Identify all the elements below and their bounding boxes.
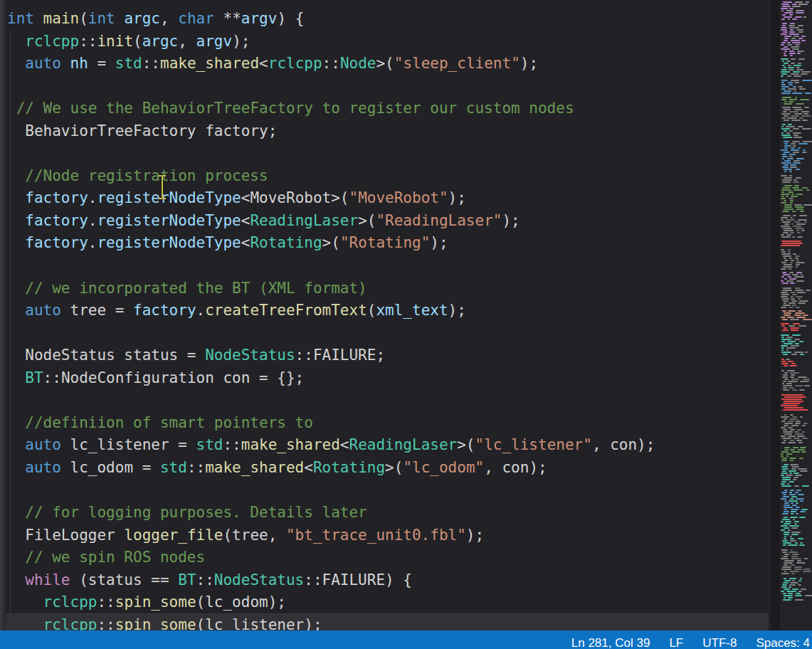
minimap-line — [781, 294, 789, 295]
minimap-line — [799, 517, 805, 518]
minimap[interactable] — [780, 0, 812, 630]
minimap-line — [781, 251, 786, 253]
minimap-line — [782, 117, 786, 119]
code-token: auto — [25, 302, 61, 319]
minimap-line — [781, 317, 786, 318]
minimap-line — [784, 12, 793, 14]
code-line[interactable]: // we spin ROS nodes — [7, 547, 655, 569]
minimap-line — [782, 167, 789, 168]
minimap-line — [789, 14, 793, 16]
minimap-line — [784, 343, 793, 344]
status-indentation-indicator[interactable]: Spaces: 4 — [756, 636, 810, 649]
minimap-line — [783, 494, 786, 495]
code-line[interactable]: // we incorporated the BT (XML format) — [7, 278, 655, 300]
code-token: >( — [322, 234, 340, 251]
code-token: init — [97, 33, 133, 50]
code-line[interactable]: factory.registerNodeType<MoveRobot>("Mov… — [7, 187, 655, 210]
minimap-line — [789, 51, 794, 52]
code-line[interactable]: //definiion of smart pointers to — [7, 412, 655, 435]
code-token — [7, 100, 16, 117]
minimap-line — [795, 287, 801, 289]
minimap-line — [781, 69, 787, 70]
minimap-line — [796, 262, 805, 263]
minimap-line — [781, 29, 787, 31]
code-line[interactable]: factory.registerNodeType<Rotating>("Rota… — [7, 232, 655, 255]
code-line[interactable]: // We use the BehaviorTreeFactory to reg… — [7, 97, 655, 120]
minimap-line — [796, 209, 803, 210]
minimap-line — [797, 429, 801, 431]
code-line[interactable]: NodeStatus status = NodeStatus::FAILURE; — [7, 344, 655, 367]
code-line[interactable]: BT::NodeConfiguration con = {}; — [7, 367, 655, 390]
code-line[interactable]: while (status == BT::NodeStatus::FAILURE… — [7, 569, 655, 592]
minimap-line — [781, 33, 787, 35]
minimap-line — [781, 296, 788, 297]
minimap-line — [793, 65, 801, 66]
code-line[interactable] — [7, 389, 655, 412]
code-line[interactable]: rclcpp::spin_some(lc_odom); — [7, 591, 655, 614]
code-line[interactable]: FileLogger logger_file(tree, "bt_trace_u… — [7, 524, 655, 547]
code-line[interactable]: BehaviorTreeFactory factory; — [7, 120, 655, 143]
minimap-line — [790, 418, 798, 420]
status-eol-indicator[interactable]: LF — [669, 636, 683, 649]
code-line[interactable] — [7, 255, 655, 278]
code-line[interactable] — [7, 322, 655, 345]
code-line[interactable]: //Node registration process — [7, 165, 655, 188]
code-line[interactable]: int main(int argc, char **argv) { — [7, 8, 655, 31]
minimap-line — [791, 374, 796, 376]
minimap-line — [782, 97, 791, 98]
code-token: BehaviorTreeFactory factory; — [7, 122, 277, 139]
code-editor[interactable]: int main(int argc, char **argv) { rclcpp… — [0, 0, 771, 630]
code-line[interactable] — [7, 479, 655, 502]
minimap-line — [790, 372, 800, 374]
code-line[interactable]: auto tree = factory.createTreeFromText(x… — [7, 300, 655, 322]
minimap-line — [781, 339, 791, 340]
code-line[interactable]: // for logging purposes. Details later — [7, 502, 655, 524]
code-line[interactable]: rclcpp::init(argc, argv); — [7, 31, 655, 53]
code-line[interactable]: auto nh = std::make_shared<rclcpp::Node>… — [7, 53, 655, 75]
minimap-line — [781, 352, 791, 353]
minimap-line — [783, 305, 791, 306]
code-line[interactable] — [7, 142, 655, 165]
status-cursor-position[interactable]: Ln 281, Col 39 — [571, 636, 650, 649]
code-line[interactable]: auto lc_listener = std::make_shared<Read… — [7, 434, 655, 457]
minimap-line — [781, 268, 786, 270]
minimap-line — [784, 258, 786, 259]
minimap-line — [789, 307, 793, 308]
minimap-line — [801, 111, 808, 112]
minimap-line — [789, 31, 795, 33]
minimap-line — [791, 120, 800, 121]
minimap-line — [803, 569, 811, 570]
minimap-line — [781, 436, 786, 437]
minimap-line — [781, 483, 785, 485]
code-line[interactable]: rclcpp::spin_some(lc_listener); — [7, 614, 655, 630]
minimap-line — [781, 128, 790, 130]
minimap-line — [796, 67, 800, 68]
code-line[interactable]: auto lc_odom = std::make_shared<Rotating… — [7, 457, 655, 480]
minimap-line — [789, 53, 796, 54]
minimap-line — [786, 60, 791, 62]
minimap-line — [782, 376, 788, 378]
minimap-line — [781, 219, 784, 221]
minimap-line — [789, 101, 793, 102]
code-token: rclcpp — [43, 593, 97, 611]
minimap-line — [801, 40, 806, 41]
minimap-line — [784, 109, 791, 110]
minimap-line — [789, 302, 796, 304]
status-encoding-indicator[interactable]: UTF-8 — [702, 636, 737, 649]
code-line[interactable] — [7, 75, 655, 98]
minimap-line — [795, 258, 798, 259]
minimap-line — [793, 152, 799, 153]
minimap-line — [781, 194, 790, 195]
minimap-line — [781, 521, 784, 522]
minimap-line — [783, 556, 788, 557]
minimap-line — [789, 500, 797, 502]
minimap-line — [784, 595, 793, 596]
minimap-line — [782, 60, 784, 62]
minimap-line — [798, 86, 803, 88]
code-token: Node — [340, 55, 376, 72]
minimap-line — [783, 274, 790, 275]
code-token: < — [340, 436, 349, 453]
minimap-line — [798, 449, 805, 450]
minimap-line — [781, 189, 791, 191]
code-line[interactable]: factory.registerNodeType<ReadingLaser>("… — [7, 210, 655, 233]
